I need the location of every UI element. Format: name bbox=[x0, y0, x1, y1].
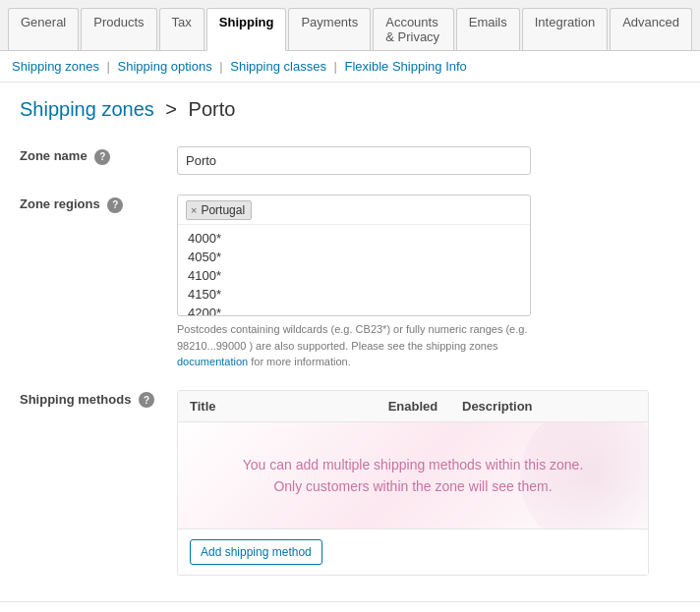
zone-name-row: Zone name ? bbox=[20, 137, 680, 185]
breadcrumb: Shipping zones > Porto bbox=[20, 98, 680, 121]
region-postcode-list: 4000* 4050* 4100* 4150* 4200* bbox=[178, 225, 530, 315]
methods-empty-text: You can add multiple shipping methods wi… bbox=[198, 454, 628, 498]
content-area: Shipping zones > Porto Zone name ? bbox=[0, 83, 700, 601]
methods-empty-line2: Only customers within the zone will see … bbox=[273, 478, 552, 494]
region-tags[interactable]: × Portugal bbox=[178, 195, 530, 225]
settings-form: Zone name ? Zone regions ? bbox=[20, 137, 680, 585]
subnav-flexible-shipping[interactable]: Flexible Shipping Info bbox=[345, 59, 467, 74]
region-hint-suffix: for more information. bbox=[248, 356, 351, 367]
add-shipping-method-button[interactable]: Add shipping method bbox=[190, 539, 322, 565]
tab-accounts-privacy[interactable]: Accounts & Privacy bbox=[373, 8, 454, 50]
documentation-link[interactable]: documentation bbox=[177, 356, 248, 367]
region-box: × Portugal 4000* 4050* 4100* 4150* 4200* bbox=[177, 195, 531, 316]
tab-payments[interactable]: Payments bbox=[288, 8, 371, 50]
zone-regions-help-icon[interactable]: ? bbox=[107, 197, 123, 213]
methods-empty-state: You can add multiple shipping methods wi… bbox=[178, 422, 648, 529]
methods-footer: Add shipping method bbox=[178, 529, 648, 575]
subnav-shipping-options[interactable]: Shipping options bbox=[118, 59, 212, 74]
subnav-sep-1: | bbox=[107, 59, 110, 74]
tab-bar: General Products Tax Shipping Payments A… bbox=[0, 0, 700, 51]
shipping-methods-help-icon[interactable]: ? bbox=[139, 392, 154, 408]
list-item: 4100* bbox=[178, 266, 530, 285]
tab-products[interactable]: Products bbox=[81, 8, 156, 50]
subnav-shipping-classes[interactable]: Shipping classes bbox=[230, 59, 326, 74]
zone-name-help-icon[interactable]: ? bbox=[94, 149, 110, 165]
sub-nav: Shipping zones | Shipping options | Ship… bbox=[0, 51, 700, 83]
methods-col-title: Title bbox=[190, 399, 364, 414]
breadcrumb-separator: > bbox=[165, 98, 182, 120]
methods-table: Title Enabled Description You can add mu… bbox=[177, 390, 649, 577]
zone-name-label: Zone name bbox=[20, 148, 88, 163]
tag-label: Portugal bbox=[201, 203, 245, 217]
methods-table-header: Title Enabled Description bbox=[178, 391, 648, 422]
zone-name-input[interactable] bbox=[177, 146, 531, 175]
list-item: 4050* bbox=[178, 248, 530, 266]
subnav-shipping-zones[interactable]: Shipping zones bbox=[12, 59, 99, 74]
list-item: 4150* bbox=[178, 285, 530, 304]
tab-shipping[interactable]: Shipping bbox=[206, 8, 287, 51]
region-hint-text: Postcodes containing wildcards (e.g. CB2… bbox=[177, 323, 527, 352]
methods-empty-line1: You can add multiple shipping methods wi… bbox=[243, 457, 584, 473]
breadcrumb-parent-link[interactable]: Shipping zones bbox=[20, 98, 154, 120]
subnav-sep-2: | bbox=[219, 59, 222, 74]
region-hint: Postcodes containing wildcards (e.g. CB2… bbox=[177, 321, 531, 370]
tab-integration[interactable]: Integration bbox=[522, 8, 608, 50]
shipping-methods-row: Shipping methods ? Title Enabled Descrip… bbox=[20, 380, 680, 586]
region-tag-portugal[interactable]: × Portugal bbox=[186, 200, 252, 220]
tag-remove-icon[interactable]: × bbox=[191, 204, 197, 216]
page-wrapper: General Products Tax Shipping Payments A… bbox=[0, 0, 700, 612]
shipping-methods-label: Shipping methods bbox=[20, 392, 131, 407]
subnav-sep-3: | bbox=[334, 59, 337, 74]
methods-col-enabled: Enabled bbox=[364, 399, 462, 414]
tab-emails[interactable]: Emails bbox=[456, 8, 520, 50]
tab-tax[interactable]: Tax bbox=[159, 8, 204, 50]
list-item: 4200* bbox=[178, 304, 530, 315]
list-item: 4000* bbox=[178, 229, 530, 248]
tab-general[interactable]: General bbox=[8, 8, 79, 50]
save-bar: Save changes bbox=[0, 601, 700, 612]
zone-regions-label: Zone regions bbox=[20, 196, 100, 211]
tab-advanced[interactable]: Advanced bbox=[610, 8, 692, 50]
methods-col-description: Description bbox=[462, 399, 636, 414]
zone-regions-row: Zone regions ? × Portugal bbox=[20, 185, 680, 380]
breadcrumb-current: Porto bbox=[189, 98, 236, 120]
